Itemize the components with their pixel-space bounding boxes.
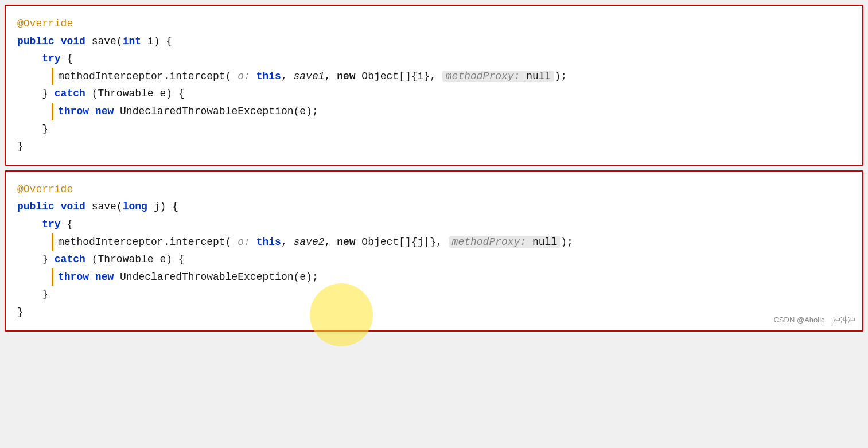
keyword: void: [61, 201, 85, 212]
code-line: @Override: [17, 15, 851, 33]
keyword: public: [17, 36, 55, 47]
keyword: public: [17, 201, 55, 212]
code-line: public void save(int i) {: [17, 33, 851, 50]
param-label: methodProxy:: [452, 236, 527, 248]
keyword: new: [95, 106, 114, 117]
code-line: }: [17, 286, 851, 303]
code-line: try {: [17, 216, 851, 233]
param-label: o:: [238, 236, 250, 248]
code-line-bordered: methodInterceptor.intercept( o: this, sa…: [52, 233, 851, 251]
keyword: throw: [58, 106, 89, 117]
code-block-1: @Override public void save(int i) { try …: [5, 5, 863, 166]
keyword: long: [123, 201, 147, 212]
code-line: } catch (Throwable e) {: [17, 251, 851, 268]
code-line: }: [17, 120, 851, 138]
code-panel-2: @Override public void save(long j) { try…: [5, 170, 863, 332]
code-panel-1: @Override public void save(int i) { try …: [5, 5, 863, 166]
method-ref: save2: [294, 236, 325, 248]
code-line: }: [17, 303, 851, 321]
annotation: @Override: [17, 184, 73, 195]
code-line: @Override: [17, 181, 851, 198]
keyword: new: [95, 271, 114, 283]
keyword: try: [42, 219, 60, 230]
code-line-bordered: throw new UndeclaredThrowableException(e…: [52, 268, 851, 286]
code-line-bordered: throw new UndeclaredThrowableException(e…: [52, 103, 851, 120]
keyword: this: [256, 71, 281, 82]
code-block-2: @Override public void save(long j) { try…: [5, 170, 863, 332]
keyword: catch: [55, 88, 85, 99]
param-label: o:: [238, 71, 250, 82]
keyword: catch: [55, 254, 85, 265]
keyword: new: [337, 236, 355, 248]
code-line: try {: [17, 50, 851, 68]
keyword: int: [123, 36, 141, 47]
annotation: @Override: [17, 18, 73, 29]
code-line: public void save(long j) {: [17, 198, 851, 216]
highlight-param: methodProxy: null: [449, 236, 561, 248]
keyword: try: [42, 53, 60, 64]
highlight-param: methodProxy: null: [442, 71, 555, 82]
method-ref: save1: [294, 71, 325, 82]
keyword: new: [337, 71, 355, 82]
param-label: methodProxy:: [446, 71, 520, 82]
code-line: } catch (Throwable e) {: [17, 85, 851, 103]
watermark: CSDN @Aholic__冲冲冲: [773, 314, 855, 326]
keyword: void: [61, 36, 85, 47]
code-line: }: [17, 138, 851, 155]
keyword: throw: [58, 271, 89, 283]
code-line-bordered: methodInterceptor.intercept( o: this, sa…: [52, 68, 851, 85]
keyword: this: [256, 236, 281, 248]
